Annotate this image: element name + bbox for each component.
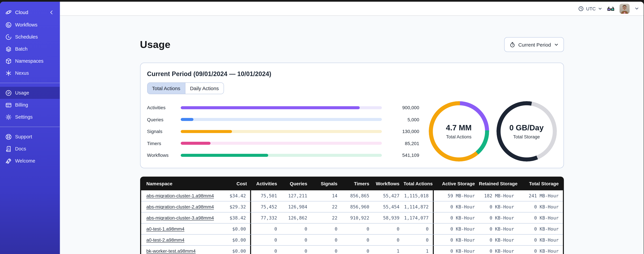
col-header-retained-storage: Retained Storage: [479, 181, 518, 186]
sidebar-item-usage[interactable]: Usage: [0, 87, 60, 99]
col-header-cost: Cost: [218, 181, 251, 186]
queries-cell: 127,211: [281, 193, 311, 198]
sidebar-item-label: Support: [15, 134, 32, 140]
activities-cell: 77,332: [251, 215, 281, 220]
sidebar-nav-account: Usage Billing Settings: [0, 87, 60, 123]
namespace-link[interactable]: abs-migration-cluster-1.a98mm4: [146, 193, 214, 198]
billing-card-icon: [5, 102, 12, 108]
namespace-link[interactable]: bk-worker-test.a98mm4: [146, 248, 196, 254]
namespace-link[interactable]: a0-test-1.a98mm4: [146, 226, 184, 232]
queries-cell: 0: [281, 226, 311, 232]
usage-table-body: abs-migration-cluster-1.a98mm4 $34.42 75…: [140, 190, 564, 254]
tab-daily-actions[interactable]: Daily Actions: [185, 83, 224, 94]
total-actions-cell: 1,115,018: [404, 190, 434, 201]
sidebar-item-label: Workflows: [15, 22, 38, 28]
activities-cell: 0: [251, 237, 281, 242]
sidebar-item-billing[interactable]: Billing: [0, 99, 60, 111]
user-avatar[interactable]: [620, 4, 630, 14]
sidebar-item-support[interactable]: Support: [0, 131, 60, 143]
total-storage-cell: 0 KB-Hour: [518, 215, 563, 220]
workflows-cell: 0: [373, 237, 404, 242]
retained-storage-cell: 182 MB-Hour: [479, 193, 518, 198]
timers-cell: 856,960: [342, 204, 373, 210]
namespaces-cube-icon: [5, 58, 12, 64]
usage-gauge-icon: [5, 90, 12, 96]
total-storage-cell: 0 KB-Hour: [518, 237, 563, 242]
sidebar-item-nexus[interactable]: Nexus: [0, 67, 60, 79]
cost-cell: $34.42: [218, 190, 251, 201]
docs-book-icon: [5, 146, 12, 152]
timers-cell: 910,922: [342, 215, 373, 220]
retained-storage-cell: 0 KB-Hour: [479, 237, 518, 242]
nexus-asterisk-icon: [5, 70, 12, 76]
sidebar-brand-cloud[interactable]: Cloud: [0, 6, 60, 19]
page-header: Usage Current Period: [140, 37, 564, 52]
card-title: Current Period (09/01/2024 — 10/01/2024): [147, 70, 557, 78]
signals-cell: 22: [311, 204, 342, 210]
sidebar-item-welcome[interactable]: Welcome: [0, 155, 60, 167]
bar-value: 130,000: [382, 129, 419, 134]
period-selector-label: Current Period: [518, 42, 551, 48]
chevron-down-icon[interactable]: [634, 6, 639, 11]
tab-total-actions[interactable]: Total Actions: [147, 83, 185, 94]
sidebar-item-label: Billing: [15, 102, 28, 108]
workflows-cell: 58,939: [373, 215, 404, 220]
timezone-selector[interactable]: UTC: [578, 6, 602, 11]
namespace-link[interactable]: a0-test-2.a98mm4: [146, 237, 184, 242]
signals-bar: [180, 130, 382, 133]
bar-value: 900,000: [382, 105, 419, 110]
total-actions-donut: 4.7 MM Total Actions: [428, 101, 489, 162]
table-row: bk-worker-test.a98mm4 $0.00 0 0 0 0 1 1 …: [141, 246, 563, 254]
sidebar-item-settings[interactable]: Settings: [0, 111, 60, 123]
bar-label: Workflows: [147, 152, 177, 158]
sidebar-item-namespaces[interactable]: Namespaces: [0, 55, 60, 67]
sidebar: Cloud Workflows Schedules Batch: [0, 2, 60, 254]
activities-bar: [180, 106, 382, 109]
cost-cell: $0.00: [218, 246, 251, 254]
bar-value: 541,109: [382, 152, 419, 158]
sidebar-item-schedules[interactable]: Schedules: [0, 31, 60, 43]
sidebar-divider: [0, 83, 60, 83]
settings-gear-icon: [5, 114, 12, 120]
retained-storage-cell: 0 KB-Hour: [479, 248, 518, 254]
bar-value: 5,000: [382, 117, 419, 122]
sidebar-item-batch[interactable]: Batch: [0, 43, 60, 55]
total-storage-donut: 0 GB/Day Total Storage: [496, 101, 557, 162]
sidebar-item-label: Nexus: [15, 70, 29, 76]
feedback-glasses-icon[interactable]: [607, 6, 614, 11]
namespace-usage-table: Namespace Cost Activities Queries Signal…: [140, 176, 564, 254]
namespace-link[interactable]: abs-migration-cluster-2.a98mm4: [146, 204, 214, 210]
total-actions-label: Total Actions: [446, 134, 472, 140]
total-storage-cell: 0 KB-Hour: [518, 204, 563, 210]
period-selector-button[interactable]: Current Period: [504, 37, 564, 52]
total-storage-cell: 0 KB-Hour: [518, 248, 563, 254]
col-header-timers: Timers: [342, 181, 373, 186]
signals-cell: 14: [311, 193, 342, 198]
active-storage-cell: 0 KB-Hour: [434, 248, 479, 254]
timezone-label: UTC: [586, 6, 596, 11]
col-header-workflows: Workflows: [373, 181, 404, 186]
batch-layers-icon: [5, 46, 12, 52]
queries-cell: 126,862: [281, 215, 311, 220]
page-title: Usage: [140, 39, 170, 50]
queries-cell: 0: [281, 237, 311, 242]
timers-cell: 0: [342, 248, 373, 254]
total-actions-value: 4.7 MM: [446, 123, 472, 132]
sidebar-item-label: Settings: [15, 114, 33, 120]
active-storage-cell: 0 KB-Hour: [434, 237, 479, 242]
namespace-link[interactable]: abs-migration-cluster-3.a98mm4: [146, 215, 214, 220]
sidebar-item-workflows[interactable]: Workflows: [0, 19, 60, 31]
active-storage-cell: 0 KB-Hour: [434, 226, 479, 232]
cost-cell: $29.32: [218, 202, 251, 212]
chevron-down-icon: [554, 42, 558, 47]
sidebar-brand-label: Cloud: [15, 10, 28, 15]
bar-row-activities: Activities 900,000: [147, 105, 419, 110]
schedules-clock-icon: [5, 34, 12, 40]
sidebar-collapse-button[interactable]: [49, 10, 54, 15]
workflows-cell: 55,454: [373, 204, 404, 210]
total-actions-cell: 0: [404, 224, 434, 234]
bar-row-workflows: Workflows 541,109: [147, 152, 419, 158]
sidebar-nav-primary: Workflows Schedules Batch Namespaces: [0, 19, 60, 79]
bar-label: Timers: [147, 140, 177, 146]
sidebar-item-docs[interactable]: Docs: [0, 143, 60, 155]
